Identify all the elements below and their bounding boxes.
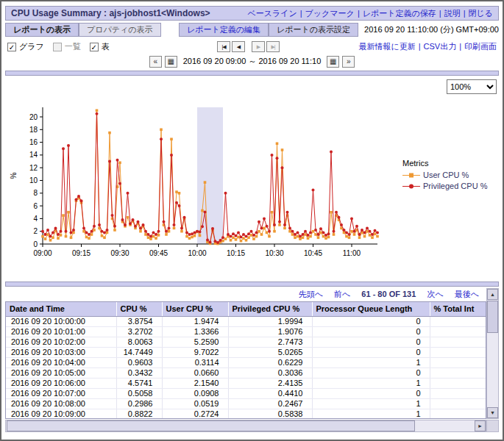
horizontal-scrollbar[interactable]: ► [5, 420, 486, 432]
legend-label: Privileged CPU % [423, 182, 487, 190]
unchecked-checkbox-icon[interactable] [53, 43, 62, 51]
checkbox-label: グラフ [19, 41, 44, 52]
display-checkboxes: ✓グラフ一覧✓表 [7, 41, 166, 52]
svg-text:16: 16 [29, 138, 38, 146]
legend-label: User CPU % [423, 171, 469, 179]
range-jump-back-icon[interactable]: « [149, 56, 162, 68]
svg-text:11:00: 11:00 [343, 249, 361, 257]
pagination-next[interactable]: 次へ [427, 290, 443, 298]
table-cell: 0 [312, 388, 430, 398]
link-2[interactable]: ブックマーク [305, 9, 355, 18]
tab-property-view[interactable]: プロパティの表示 [79, 23, 161, 37]
link-separator: | [300, 9, 302, 18]
table-cell [430, 388, 486, 398]
tab-edit-report-definition[interactable]: レポート定義の編集 [179, 23, 269, 37]
table-cell: 14.7449 [116, 347, 162, 357]
table-row[interactable]: 2016 09 20 10:02:008.00635.25902.74730 [6, 337, 486, 347]
link-3[interactable]: 印刷画面 [464, 42, 497, 51]
tab-report-view[interactable]: レポートの表示 [5, 23, 79, 37]
vertical-scrollbar[interactable]: ▲ ▼ [486, 288, 499, 419]
tab-report-display-settings[interactable]: レポートの表示設定 [269, 23, 358, 37]
checked-checkbox-icon[interactable]: ✓ [7, 43, 16, 51]
table-row[interactable]: 2016 09 20 10:00:003.87541.94741.99940 [6, 316, 486, 326]
svg-text:09:00: 09:00 [33, 249, 52, 257]
nav-prev-icon[interactable]: ◀ [232, 41, 245, 52]
table-cell: 5.2590 [162, 337, 228, 347]
table-row[interactable]: 2016 09 20 10:03:0014.74499.70225.02650 [6, 347, 486, 357]
scroll-right-icon[interactable]: ► [475, 420, 486, 431]
svg-text:2: 2 [33, 227, 38, 235]
table-cell: 0.0519 [162, 398, 228, 409]
checkbox-label: 表 [102, 41, 110, 52]
table-cell [430, 326, 486, 337]
svg-text:12: 12 [29, 164, 38, 172]
table-cell: 0.2467 [228, 398, 312, 409]
data-table: Date and TimeCPU %User CPU %Privileged C… [6, 302, 486, 419]
column-header: Processor Queue Length [312, 302, 430, 316]
pagination-first[interactable]: 先頭へ [299, 290, 323, 298]
column-header: % Total Int [430, 302, 486, 316]
table-cell: 0.3114 [162, 357, 228, 368]
table-cell: 1 [312, 378, 430, 388]
link-separator: | [464, 9, 466, 18]
svg-text:6: 6 [33, 202, 38, 210]
scroll-down-icon[interactable]: ▼ [487, 407, 498, 418]
time-range-row: « ▦ 2016 09 20 09:00 ～ 2016 09 20 11:10 … [1, 55, 503, 68]
table-cell [430, 347, 486, 357]
table-cell: 0.2986 [116, 398, 162, 409]
table-cell [430, 357, 486, 368]
table-cell [430, 316, 486, 326]
table-row[interactable]: 2016 09 20 10:04:000.96030.31140.62291 [6, 357, 486, 368]
link-separator: | [439, 9, 441, 18]
pagination-last[interactable]: 最後へ [455, 290, 479, 298]
table-cell: 0.5838 [228, 409, 312, 419]
calendar-end-icon[interactable]: ▦ [327, 56, 339, 68]
table-cell: 1 [312, 357, 430, 368]
table-row[interactable]: 2016 09 20 10:01:003.27021.33661.90760 [6, 326, 486, 337]
link-3[interactable]: レポート定義の保存 [363, 9, 436, 18]
table-cell: 8.0063 [116, 337, 162, 347]
table-cell: 0 [312, 326, 430, 337]
horizontal-scroll-thumb[interactable] [7, 420, 415, 431]
checkbox-表[interactable]: ✓表 [90, 41, 110, 52]
table-row[interactable]: 2016 09 20 10:09:000.88220.27240.58381 [6, 409, 486, 419]
table-cell: 2016 09 20 10:06:00 [6, 378, 116, 388]
table-cell: 9.7022 [162, 347, 228, 357]
table-cell: 0 [312, 368, 430, 378]
table-cell: 3.8754 [116, 316, 162, 326]
checkbox-グラフ[interactable]: ✓グラフ [7, 41, 44, 52]
link-2[interactable]: CSV出力 [424, 42, 457, 51]
table-row[interactable]: 2016 09 20 10:07:000.50580.09080.44100 [6, 388, 486, 398]
time-range-label: 2016 09 20 09:00 ～ 2016 09 20 11:10 [183, 56, 322, 67]
link-1[interactable]: 最新情報に更新 [358, 42, 415, 51]
svg-text:10:15: 10:15 [227, 249, 245, 257]
link-5[interactable]: 閉じる [468, 9, 493, 18]
svg-text:%: % [10, 172, 18, 179]
table-cell: 0.6229 [228, 357, 312, 368]
svg-text:09:15: 09:15 [72, 249, 90, 257]
table-row[interactable]: 2016 09 20 10:06:004.57412.15402.41351 [6, 378, 486, 388]
table-row[interactable]: 2016 09 20 10:08:000.29860.05190.24671 [6, 398, 486, 409]
table-cell: 4.5741 [116, 378, 162, 388]
table-cell: 2016 09 20 10:02:00 [6, 337, 116, 347]
calendar-start-icon[interactable]: ▦ [165, 56, 177, 68]
svg-text:09:45: 09:45 [149, 249, 168, 257]
svg-text:8: 8 [33, 189, 38, 197]
checked-checkbox-icon[interactable]: ✓ [90, 43, 99, 51]
tab-spacer [161, 23, 179, 37]
link-4[interactable]: 説明 [444, 9, 461, 18]
table-cell: 0.2724 [162, 409, 228, 419]
chart-area: 0246810121416182009:0009:1509:3009:4510:… [7, 96, 500, 279]
checkbox-一覧[interactable]: 一覧 [53, 41, 81, 52]
table-cell: 0.0660 [162, 368, 228, 378]
link-1[interactable]: ベースライン [247, 9, 297, 18]
range-jump-forward-icon[interactable]: » [342, 56, 355, 68]
nav-first-icon[interactable]: |◀ [217, 41, 230, 52]
table-row[interactable]: 2016 09 20 10:05:000.34320.06600.30360 [6, 368, 486, 378]
legend-title: Metrics [402, 159, 487, 168]
zoom-select[interactable]: 100% [447, 79, 497, 94]
table-cell: 2.4135 [228, 378, 312, 388]
pagination-prev[interactable]: 前へ [334, 290, 350, 298]
vertical-scroll-thumb[interactable] [487, 301, 498, 333]
scroll-up-icon[interactable]: ▲ [487, 289, 498, 300]
